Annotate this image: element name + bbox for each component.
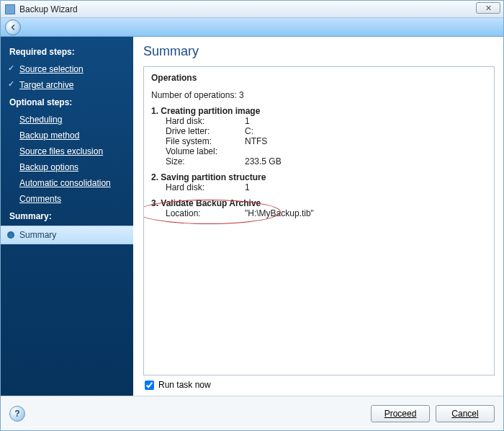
required-steps-heading: Required steps:	[1, 43, 133, 61]
sidebar-item-label: Summary	[19, 230, 56, 240]
step3-title: 3. Validate Backup Archive	[151, 198, 487, 208]
value: 233.5 GB	[245, 156, 282, 166]
run-task-row: Run task now	[143, 376, 495, 390]
num-ops-value: 3	[239, 90, 244, 100]
step2-harddisk: Hard disk:1	[151, 182, 487, 192]
step1-size: Size:233.5 GB	[151, 156, 487, 166]
sidebar-item-label: Source selection	[19, 64, 84, 74]
optional-steps-heading: Optional steps:	[1, 93, 133, 112]
step1-filesystem: File system:NTFS	[151, 136, 487, 146]
sidebar-item-source-selection[interactable]: Source selection	[1, 61, 133, 77]
sidebar-item-label: Backup method	[19, 130, 79, 141]
value: "H:\MyBackup.tib"	[245, 208, 314, 218]
close-button[interactable]: ✕	[476, 2, 500, 14]
titlebar: Backup Wizard ✕	[1, 1, 503, 18]
step1-title: 1. Creating partition image	[151, 106, 487, 116]
operations-heading: Operations	[151, 73, 487, 83]
label: Location:	[166, 208, 245, 218]
num-ops-label: Number of operations:	[151, 90, 237, 100]
step3-location: Location:"H:\MyBackup.tib"	[151, 208, 487, 218]
sidebar-item-label: Comments	[19, 194, 61, 204]
main-panel: Summary Operations Number of operations:…	[133, 37, 503, 396]
label: File system:	[166, 136, 245, 146]
header-ribbon	[1, 18, 503, 37]
step1-driveletter: Drive letter:C:	[151, 126, 487, 136]
label: Drive letter:	[166, 126, 245, 136]
sidebar-item-auto-consolidation[interactable]: Automatic consolidation	[1, 175, 133, 191]
window-title: Backup Wizard	[19, 4, 78, 14]
help-button[interactable]: ?	[9, 406, 25, 422]
label: Hard disk:	[166, 116, 245, 126]
value: 1	[245, 182, 250, 192]
sidebar: Required steps: Source selection Target …	[1, 37, 133, 396]
arrow-left-icon	[9, 23, 17, 32]
summary-heading: Summary:	[1, 207, 133, 226]
value: NTFS	[245, 136, 267, 146]
sidebar-item-scheduling[interactable]: Scheduling	[1, 112, 133, 128]
app-icon	[5, 4, 15, 14]
label: Volume label:	[166, 146, 245, 156]
run-task-label: Run task now	[158, 380, 211, 390]
sidebar-item-label: Target archive	[19, 80, 73, 90]
sidebar-item-backup-method[interactable]: Backup method	[1, 128, 133, 143]
label: Hard disk:	[166, 182, 245, 192]
step1-volumelabel: Volume label:	[151, 146, 487, 156]
sidebar-item-target-archive[interactable]: Target archive	[1, 77, 133, 93]
close-icon: ✕	[485, 4, 492, 13]
cancel-button[interactable]: Cancel	[436, 405, 495, 422]
summary-box: Operations Number of operations: 3 1. Cr…	[143, 66, 495, 376]
page-title: Summary	[143, 44, 495, 59]
proceed-button[interactable]: Proceed	[371, 405, 430, 422]
label: Size:	[166, 156, 245, 166]
num-ops-row: Number of operations: 3	[151, 90, 487, 100]
sidebar-item-label: Backup options	[19, 162, 78, 172]
sidebar-item-label: Scheduling	[19, 115, 62, 125]
sidebar-item-label: Automatic consolidation	[19, 178, 111, 188]
sidebar-item-label: Source files exclusion	[19, 146, 103, 156]
value: 1	[245, 116, 250, 126]
body-area: Required steps: Source selection Target …	[1, 37, 503, 396]
help-icon: ?	[14, 409, 19, 419]
sidebar-item-comments[interactable]: Comments	[1, 191, 133, 207]
value: C:	[245, 126, 253, 136]
sidebar-item-source-exclusion[interactable]: Source files exclusion	[1, 143, 133, 159]
run-task-checkbox[interactable]	[145, 381, 154, 390]
step1-harddisk: Hard disk:1	[151, 116, 487, 126]
footer: ? Proceed Cancel	[1, 396, 503, 430]
sidebar-item-backup-options[interactable]: Backup options	[1, 159, 133, 175]
back-button[interactable]	[5, 19, 21, 35]
step2-title: 2. Saving partition structure	[151, 172, 487, 182]
sidebar-item-summary[interactable]: Summary	[1, 226, 133, 244]
